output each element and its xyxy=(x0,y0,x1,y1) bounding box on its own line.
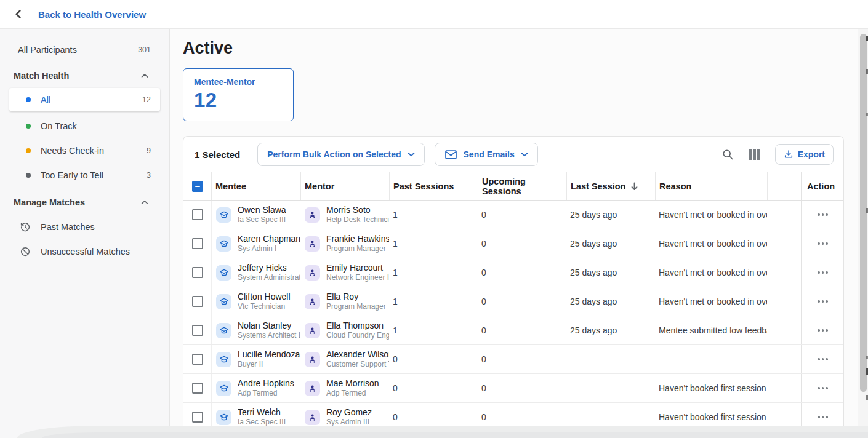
mentor-cell: Alexander WilsonCustomer Support Te xyxy=(300,349,389,369)
send-emails-dropdown[interactable]: Send Emails xyxy=(435,143,538,166)
row-actions-menu-button[interactable] xyxy=(814,239,832,249)
row-checkbox[interactable] xyxy=(192,267,203,278)
sidebar-item-all-participants[interactable]: All Participants 301 xyxy=(0,39,169,61)
row-checkbox[interactable] xyxy=(192,238,203,249)
status-dot-too-early xyxy=(26,173,31,178)
column-header-reason[interactable]: Reason xyxy=(655,172,767,200)
bulk-action-dropdown[interactable]: Perform Bulk Action on Selected xyxy=(257,143,424,166)
reason-cell: Haven't met or booked in over xyxy=(655,229,767,258)
chevron-left-icon xyxy=(14,9,23,19)
spacer-cell xyxy=(767,258,801,287)
sidebar-item-too-early-to-tell[interactable]: Too Early to Tell 3 xyxy=(0,163,169,188)
mentor-people-icon xyxy=(305,323,320,338)
mentor-title: Program Manager xyxy=(326,244,389,253)
upcoming-sessions-cell: 0 xyxy=(478,229,566,258)
sidebar-item-unsuccessful-matches[interactable]: Unsuccessful Matches xyxy=(0,239,169,264)
table-row: Lucille MendozaBuyer II Alexander Wilson… xyxy=(183,345,843,374)
last-session-cell: 25 days ago xyxy=(566,316,655,344)
past-sessions-cell: 1 xyxy=(389,287,478,316)
column-header-mentor[interactable]: Mentor xyxy=(300,172,389,200)
mentee-name: Terri Welch xyxy=(238,407,286,418)
column-header-mentee[interactable]: Mentee xyxy=(211,172,300,200)
status-dot-on-track xyxy=(26,124,31,129)
table-row: Jeffery HicksSystem Administrato Emily H… xyxy=(183,258,843,287)
upcoming-sessions-cell: 0 xyxy=(478,258,566,287)
sidebar-item-needs-check-in[interactable]: Needs Check-in 9 xyxy=(0,138,169,163)
row-checkbox[interactable] xyxy=(192,209,203,220)
reason-cell: Mentee submitted low feedba xyxy=(655,316,767,344)
mentee-cell: Jeffery HicksSystem Administrato xyxy=(212,263,300,282)
export-label: Export xyxy=(798,149,825,159)
sidebar-item-label: Too Early to Tell xyxy=(41,170,147,180)
topbar: Back to Health Overview xyxy=(0,0,868,29)
mentor-title: Program Manager xyxy=(326,302,386,311)
column-header-upcoming-sessions[interactable]: Upcoming Sessions xyxy=(478,172,566,200)
past-sessions-cell: 1 xyxy=(389,201,478,229)
row-actions-menu-button[interactable] xyxy=(814,268,832,277)
upcoming-sessions-cell: 0 xyxy=(478,201,566,229)
window-edge-artifact xyxy=(866,356,868,359)
mentor-cell: Ella ThompsonCloud Foundry Engin xyxy=(300,321,389,340)
row-actions-menu-button[interactable] xyxy=(814,412,832,422)
page-title: Active xyxy=(183,39,868,58)
sidebar-item-on-track[interactable]: On Track xyxy=(0,114,169,138)
section-header-manage-matches[interactable]: Manage Matches xyxy=(0,188,169,215)
sidebar-item-label: All xyxy=(41,95,142,105)
past-sessions-cell: 1 xyxy=(389,229,478,258)
spacer-cell xyxy=(767,229,801,258)
mentee-cell: Nolan StanleySystems Architect Le xyxy=(212,321,300,340)
select-all-checkbox[interactable] xyxy=(192,181,203,192)
mentor-people-icon xyxy=(305,265,320,281)
sidebar-item-past-matches[interactable]: Past Matches xyxy=(0,215,169,239)
row-checkbox[interactable] xyxy=(192,383,203,394)
window-edge-artifact xyxy=(866,69,868,74)
last-session-cell xyxy=(566,345,655,373)
table-body: Owen SlawaIa Sec Spec III Morris SotoHel… xyxy=(183,201,843,432)
row-actions-menu-button[interactable] xyxy=(814,297,832,306)
columns-button[interactable] xyxy=(749,149,760,160)
table-row: Karen ChapmanSys Admin I Frankie Hawkins… xyxy=(183,229,843,258)
row-checkbox[interactable] xyxy=(192,325,203,336)
row-checkbox[interactable] xyxy=(192,412,203,423)
mentee-cell: Lucille MendozaBuyer II xyxy=(212,349,300,369)
vertical-scrollbar-thumb[interactable] xyxy=(860,34,867,392)
column-header-past-sessions[interactable]: Past Sessions xyxy=(389,172,478,200)
graduation-cap-icon xyxy=(216,207,231,223)
mentor-cell: Mae MorrisonAdp Termed xyxy=(300,378,379,398)
main-content: Active Mentee-Mentor 12 1 Selected Perfo… xyxy=(170,29,868,438)
last-session-cell: 25 days ago xyxy=(566,258,655,287)
bottom-overlay-band xyxy=(17,426,868,438)
row-actions-menu-button[interactable] xyxy=(814,210,832,220)
search-button[interactable] xyxy=(721,148,734,161)
mentee-mentor-summary-card[interactable]: Mentee-Mentor 12 xyxy=(183,68,294,121)
export-button[interactable]: Export xyxy=(775,144,834,165)
upcoming-sessions-cell: 0 xyxy=(478,374,566,402)
row-actions-menu-button[interactable] xyxy=(814,354,832,364)
status-dot-all xyxy=(26,97,31,102)
select-all-cell xyxy=(183,172,211,200)
sort-desc-icon xyxy=(630,182,638,191)
mentee-cell: Terri WelchIa Sec Spec III xyxy=(212,407,286,427)
sidebar-item-label: Needs Check-in xyxy=(41,146,147,156)
row-checkbox[interactable] xyxy=(192,296,203,307)
row-actions-menu-button[interactable] xyxy=(814,383,832,393)
sidebar-item-all[interactable]: All 12 xyxy=(9,88,160,111)
column-header-last-session[interactable]: Last Session xyxy=(566,172,655,200)
mentor-people-icon xyxy=(305,294,320,309)
window-edge-artifact xyxy=(866,368,868,375)
mentee-cell: Andre HopkinsAdp Termed xyxy=(212,378,294,398)
sidebar-item-count: 9 xyxy=(147,146,151,155)
row-checkbox[interactable] xyxy=(192,354,203,365)
row-actions-menu-button[interactable] xyxy=(814,325,832,335)
mentor-cell: Emily HarcourtNetwork Engineer III xyxy=(300,263,389,282)
back-to-health-overview-link[interactable]: Back to Health Overview xyxy=(14,9,146,20)
sidebar-item-count: 3 xyxy=(147,171,151,180)
graduation-cap-icon xyxy=(216,265,231,281)
vertical-scrollbar-track[interactable] xyxy=(858,29,868,438)
section-header-match-health[interactable]: Match Health xyxy=(0,61,169,88)
sidebar-item-label: Unsuccessful Matches xyxy=(41,247,151,257)
spacer-cell xyxy=(767,287,801,316)
status-dot-needs-check-in xyxy=(26,148,31,153)
column-header-action: Action xyxy=(801,172,844,200)
last-session-cell: 25 days ago xyxy=(566,201,655,229)
